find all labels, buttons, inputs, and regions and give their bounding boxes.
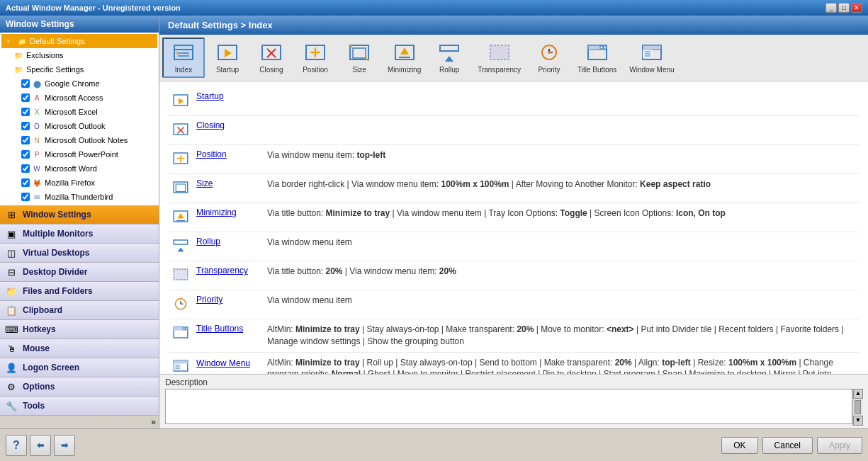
svg-marker-42 <box>179 98 184 105</box>
mouse-icon: 🖱 <box>4 341 18 355</box>
index-row-window-menu: Window Menu AltMin: Minimize to tray | R… <box>168 353 859 374</box>
toolbar-label: Startup <box>216 66 239 74</box>
maximize-button[interactable]: □ <box>838 3 850 13</box>
size-link[interactable]: Size <box>196 178 260 188</box>
minimizing-link[interactable]: Minimizing <box>196 207 260 217</box>
nav-label: Tools <box>23 401 45 411</box>
tree-item-ms-access[interactable]: A Microsoft Access <box>1 91 157 105</box>
app-icon: W <box>31 163 43 174</box>
priority-link[interactable]: Priority <box>196 295 260 305</box>
tree-item-ms-excel[interactable]: X Microsoft Excel <box>1 105 157 119</box>
forward-button[interactable]: ➡ <box>54 435 75 456</box>
transparency-desc: Via title button: 20% | Via window menu … <box>267 266 456 278</box>
toolbar-label: Closing <box>259 66 283 74</box>
nav-item-hotkeys[interactable]: ⌨ Hotkeys <box>0 320 159 339</box>
clipboard-icon: 📋 <box>4 303 18 317</box>
help-button[interactable]: ? <box>6 435 27 456</box>
tree-label: Microsoft Outlook <box>45 122 106 130</box>
nav-item-virtual-desktops[interactable]: ◫ Virtual Desktops <box>0 244 159 263</box>
rollup-link[interactable]: Rollup <box>196 237 260 246</box>
nav-label: Mouse <box>23 343 50 353</box>
nav-item-options[interactable]: ⚙ Options <box>0 377 159 397</box>
app-icon: P <box>31 149 43 160</box>
close-button[interactable]: ✕ <box>851 3 862 13</box>
toolbar-btn-minimizing[interactable]: Minimizing <box>382 38 427 78</box>
index-row-minimizing: Minimizing Via title button: Minimize to… <box>168 203 859 232</box>
toolbar-btn-startup[interactable]: Startup <box>206 38 249 78</box>
cancel-button[interactable]: Cancel <box>762 437 813 454</box>
tree-checkbox[interactable] <box>21 193 30 201</box>
tree-label: Specific Settings <box>26 65 84 74</box>
bottom-right-buttons: OK Cancel Apply <box>721 437 862 454</box>
svg-marker-22 <box>400 47 409 55</box>
toolbar-btn-closing[interactable]: Closing <box>250 38 293 78</box>
toolbar-btn-window-menu[interactable]: Window Menu <box>624 38 680 78</box>
svg-marker-15 <box>317 51 320 54</box>
scrollbar-thumb[interactable] <box>855 400 861 414</box>
back-button[interactable]: ⬅ <box>30 435 51 456</box>
tree-item-ms-outlook-notes[interactable]: N Microsoft Outlook Notes <box>1 133 157 147</box>
tree-checkbox[interactable] <box>21 178 30 187</box>
toolbar-btn-rollup[interactable]: Rollup <box>428 38 470 78</box>
size-desc: Via border right-click | Via window menu… <box>267 178 711 190</box>
tree-item-ms-powerpoint[interactable]: P Microsoft PowerPoint <box>1 147 157 161</box>
scrollbar-down[interactable]: ▼ <box>853 416 863 426</box>
nav-item-clipboard[interactable]: 📋 Clipboard <box>0 301 159 320</box>
tree-checkbox[interactable] <box>21 79 30 88</box>
apply-button[interactable]: Apply <box>817 437 862 454</box>
tree-checkbox[interactable] <box>21 136 30 144</box>
app-icon: 🦊 <box>31 177 43 188</box>
tree-item-exclusions[interactable]: 📁 Exclusions <box>1 48 157 62</box>
description-scrollbar[interactable]: ▲ ▼ <box>852 389 862 426</box>
tree-item-mozilla-thunderbird[interactable]: ✉ Mozilla Thunderbird <box>1 190 157 204</box>
nav-item-window-settings[interactable]: ⊞ Window Settings <box>0 205 159 224</box>
toolbar: Index Startup <box>159 35 868 81</box>
toolbar-btn-transparency[interactable]: Transparency <box>472 38 526 78</box>
ok-button[interactable]: OK <box>721 437 757 454</box>
toolbar-label: Index <box>175 66 192 74</box>
toolbar-label: Priority <box>538 66 560 74</box>
svg-rect-50 <box>176 184 186 192</box>
toolbar-label: Title Buttons <box>577 66 616 74</box>
closing-link[interactable]: Closing <box>196 120 260 130</box>
options-icon: ⚙ <box>4 380 18 394</box>
tree-item-ms-outlook[interactable]: O Microsoft Outlook <box>1 119 157 133</box>
tree-checkbox[interactable] <box>21 93 30 102</box>
closing-row-icon <box>171 120 191 140</box>
toolbar-label: Window Menu <box>629 66 674 74</box>
svg-marker-13 <box>314 55 317 57</box>
toolbar-btn-size[interactable]: Size <box>338 38 381 78</box>
transparency-link[interactable]: Transparency <box>196 266 260 275</box>
sidebar-expand-button[interactable]: » <box>0 416 159 428</box>
nav-item-multiple-monitors[interactable]: ▣ Multiple Monitors <box>0 224 159 244</box>
tree-item-google-chrome[interactable]: ⬤ Google Chrome <box>1 76 157 91</box>
toolbar-btn-position[interactable]: Position <box>294 38 337 78</box>
nav-item-files-and-folders[interactable]: 📁 Files and Folders <box>0 282 159 301</box>
nav-item-desktop-divider[interactable]: ⊟ Desktop Divider <box>0 263 159 282</box>
index-row-startup: Startup <box>168 87 859 116</box>
nav-item-mouse[interactable]: 🖱 Mouse <box>0 339 159 358</box>
tree-item-default-settings[interactable]: ▼ 📁 Default Settings <box>1 34 157 48</box>
window-menu-link[interactable]: Window Menu <box>196 358 260 368</box>
nav-item-logon-screen[interactable]: 👤 Logon Screen <box>0 358 159 377</box>
tree-checkbox[interactable] <box>21 150 30 159</box>
toolbar-btn-priority[interactable]: Priority <box>528 38 570 78</box>
position-link[interactable]: Position <box>196 149 260 159</box>
svg-rect-63 <box>186 328 188 330</box>
tree-item-mozilla-firefox[interactable]: 🦊 Mozilla Firefox <box>1 176 157 190</box>
tree-item-specific-settings[interactable]: 📁 Specific Settings <box>1 62 157 76</box>
tree-checkbox[interactable] <box>21 164 30 173</box>
title-buttons-link[interactable]: Title Buttons <box>196 324 260 334</box>
sidebar: Window Settings ▼ 📁 Default Settings 📁 E… <box>0 16 159 428</box>
minimize-button[interactable]: _ <box>825 3 837 13</box>
svg-rect-34 <box>604 46 607 49</box>
tree-checkbox[interactable] <box>21 108 30 116</box>
svg-rect-54 <box>174 240 188 244</box>
startup-link[interactable]: Startup <box>196 91 260 101</box>
tree-checkbox[interactable] <box>21 122 30 130</box>
nav-item-tools[interactable]: 🔧 Tools <box>0 397 159 416</box>
toolbar-btn-index[interactable]: Index <box>162 38 205 78</box>
scrollbar-up[interactable]: ▲ <box>853 389 863 399</box>
toolbar-btn-title-buttons[interactable]: Title Buttons <box>572 38 622 78</box>
tree-item-ms-word[interactable]: W Microsoft Word <box>1 161 157 176</box>
